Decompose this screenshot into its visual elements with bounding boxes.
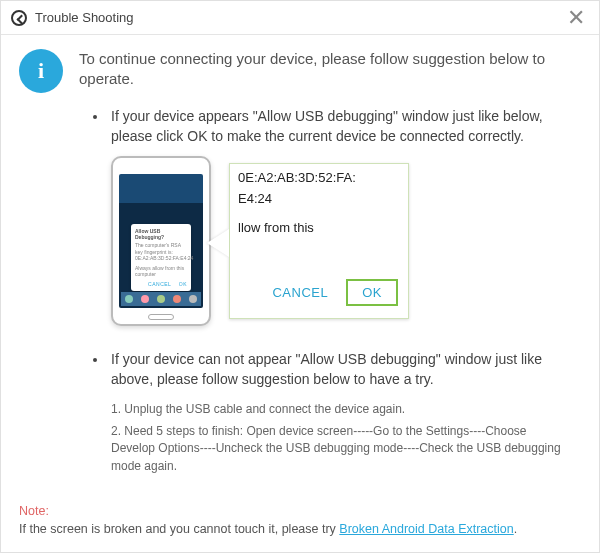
zoom-ok-button: OK	[346, 279, 398, 306]
steps: 1. Unplug the USB cable and connect the …	[111, 401, 565, 475]
info-icon: i	[19, 49, 63, 93]
phone-dialog: Allow USB Debugging? The computer's RSA …	[131, 224, 191, 291]
bullet-1: If your device appears "Allow USB debugg…	[93, 107, 565, 326]
callout-arrow-icon	[209, 221, 229, 261]
phone-dialog-check: Always allow from this computer	[135, 265, 187, 278]
phone-dialog-title: Allow USB Debugging?	[135, 228, 187, 240]
close-button[interactable]: ✕	[563, 7, 589, 29]
step-1: 1. Unplug the USB cable and connect the …	[111, 401, 565, 418]
dialog-title: Trouble Shooting	[35, 10, 134, 25]
step-2: 2. Need 5 steps to finish: Open device s…	[111, 423, 565, 475]
intro-row: i To continue connecting your device, pl…	[1, 35, 599, 93]
illustration: Allow USB Debugging? The computer's RSA …	[111, 156, 565, 326]
zoom-mac-line1: 0E:A2:AB:3D:52:FA:	[230, 164, 408, 191]
bullets-area: If your device appears "Allow USB debugg…	[1, 107, 599, 475]
phone-dialog-ok: OK	[179, 281, 187, 287]
phone-mockup: Allow USB Debugging? The computer's RSA …	[111, 156, 211, 326]
phone-dialog-cancel: CANCEL	[148, 281, 171, 287]
phone-dialog-body: The computer's RSA key fingerprint is: 0…	[135, 242, 187, 262]
phone-home-button	[148, 314, 174, 320]
bullet-dot	[93, 358, 97, 362]
footer-text-a: If the screen is broken and you cannot t…	[19, 522, 339, 536]
bullet-1-text: If your device appears "Allow USB debugg…	[111, 107, 565, 146]
note-label: Note:	[19, 504, 49, 518]
phone-dock	[121, 292, 201, 306]
zoom-panel: 0E:A2:AB:3D:52:FA: E4:24 llow from this …	[229, 163, 409, 319]
footer-text-b: .	[514, 522, 517, 536]
phone-screen: Allow USB Debugging? The computer's RSA …	[119, 174, 203, 308]
footer-note: Note: If the screen is broken and you ca…	[19, 503, 581, 538]
refresh-icon	[11, 10, 27, 26]
zoom-cancel-button: CANCEL	[272, 285, 328, 300]
intro-text: To continue connecting your device, plea…	[79, 49, 575, 93]
bullet-2-text: If your device can not appear "Allow USB…	[111, 350, 565, 389]
dialog-header: Trouble Shooting ✕	[1, 1, 599, 35]
broken-android-link[interactable]: Broken Android Data Extraction	[339, 522, 513, 536]
bullet-2: If your device can not appear "Allow USB…	[93, 350, 565, 475]
bullet-dot	[93, 115, 97, 119]
zoom-mac-line2: E4:24	[230, 191, 408, 212]
zoom-allow-line1: llow from this	[230, 220, 408, 235]
zoom-actions: CANCEL OK	[230, 271, 408, 318]
info-glyph: i	[38, 58, 44, 84]
